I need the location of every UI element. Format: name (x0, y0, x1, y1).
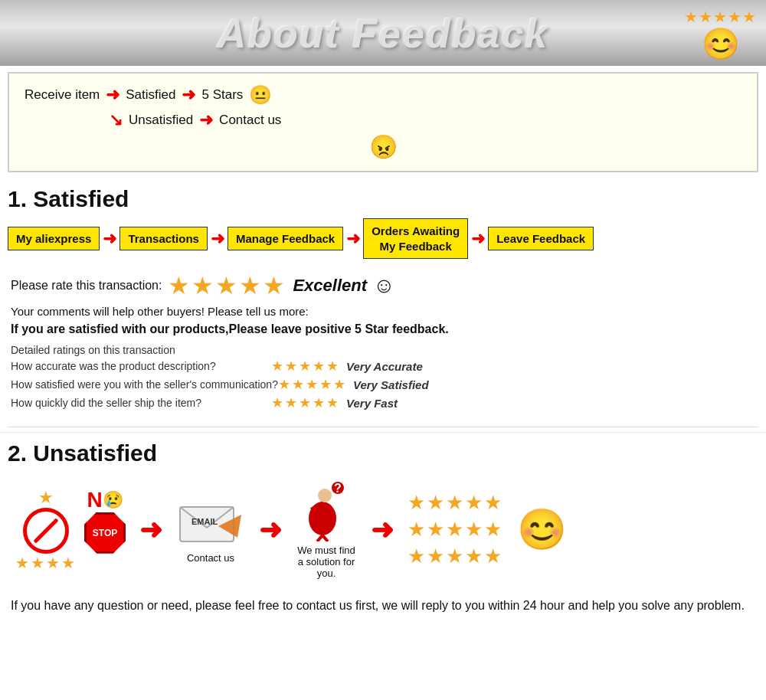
unsat-arrow-1: ➜ (139, 514, 162, 546)
unsat-block-3: ? We must find a solution for you. (296, 480, 357, 579)
step-box-2: Transactions (119, 227, 208, 250)
steps-row: My aliexpress ➜ Transactions ➜ Manage Fe… (0, 218, 766, 268)
detail-rating-2: Very Satisfied (353, 378, 429, 391)
arrow2: ➜ (182, 85, 195, 105)
svg-point-10 (318, 489, 332, 502)
n-emoji-row: N 😢 (87, 488, 123, 512)
arrow3: ➜ (199, 110, 213, 130)
satisfied-emoji: 😐 (249, 84, 272, 106)
detail-row-3: How quickly did the seller ship the item… (11, 394, 755, 411)
detail-header-row: Detailed ratings on this transaction (11, 344, 755, 356)
step-arrow-1: ➜ (103, 229, 116, 249)
corner-emoji: 😊 (702, 26, 740, 62)
stars-grid: ★★★★★ ★★★★★ ★★★★★ (408, 491, 503, 568)
stars-row-1: ★★★★★ (408, 491, 503, 515)
contact-us-caption: Contact us (187, 552, 234, 564)
comments-row: Your comments will help other buyers! Pl… (11, 305, 755, 318)
step-arrow-4: ➜ (471, 229, 485, 249)
unsat-arrow-3: ➜ (371, 514, 394, 546)
detail-rating-3: Very Fast (346, 397, 398, 410)
flow-row-satisfied: Receive item ➜ Satisfied ➜ 5 Stars 😐 (25, 84, 741, 106)
step-box-3: Manage Feedback (228, 227, 343, 250)
unsat-arrow-2: ➜ (259, 514, 282, 546)
step-box-4: Orders AwaitingMy Feedback (363, 218, 468, 259)
five-stars-label: 5 Stars (201, 87, 243, 103)
svg-text:?: ? (334, 482, 342, 495)
detail-row-1: How accurate was the product description… (11, 358, 755, 375)
svg-line-9 (322, 535, 328, 541)
header: About Feedback ★★★★★ 😊 (0, 0, 766, 66)
no-slash (33, 518, 58, 543)
satisfied-label: Satisfied (126, 87, 175, 103)
unsat-flow: ★ ★★★★ N 😢 STOP ➜ (0, 473, 766, 587)
diag-arrow: ↘ (109, 110, 123, 130)
svg-text:EMAIL: EMAIL (192, 517, 218, 526)
unsat-block-1: ★ ★★★★ N 😢 STOP (15, 488, 126, 572)
sad-emoji: 😢 (103, 490, 123, 510)
top-star: ★ (38, 488, 54, 508)
detail-stars-2: ★★★★★ (278, 376, 347, 393)
detail-stars-3: ★★★★★ (271, 394, 340, 411)
unsat-block-4: ★★★★★ ★★★★★ ★★★★★ (408, 491, 503, 568)
receive-item-label: Receive item (25, 87, 100, 103)
corner-stars: ★★★★★ (684, 8, 757, 26)
step-arrow-3: ➜ (346, 229, 360, 249)
positive-text: If you are satisfied with our products,P… (11, 322, 755, 336)
flow-row-unsatisfied: ↘ Unsatisfied ➜ Contact us (93, 110, 741, 130)
unsat-happy-emoji: 😊 (511, 506, 572, 553)
arrow1: ➜ (106, 85, 119, 105)
solution-caption: We must find a solution for you. (297, 545, 355, 579)
stars-row-3: ★★★★★ (408, 545, 503, 568)
no-icon-group: ★ ★★★★ (15, 488, 77, 572)
stars-row-2: ★★★★★ (408, 518, 503, 541)
section-divider (8, 427, 758, 427)
detail-label-3: How quickly did the seller ship the item… (11, 397, 271, 409)
header-corner: ★★★★★ 😊 (684, 8, 757, 62)
transaction-section: Please rate this transaction: ★★★★★ Exce… (0, 268, 766, 424)
detail-label-2: How satisfied were you with the seller's… (11, 378, 278, 391)
contact-us-label: Contact us (219, 113, 281, 128)
excellent-text: Excellent (293, 276, 367, 296)
detail-header-label: Detailed ratings on this transaction (11, 344, 175, 356)
rate-label: Please rate this transaction: (11, 279, 162, 293)
rate-row: Please rate this transaction: ★★★★★ Exce… (11, 271, 755, 300)
question-figure-icon: ? (296, 480, 357, 541)
step-box-1: My aliexpress (8, 227, 100, 250)
n-letter: N (87, 488, 102, 512)
no-stars-group: ★ ★★★★ N 😢 STOP (15, 488, 126, 572)
rating-stars: ★★★★★ (168, 271, 286, 300)
unsat-block-2: EMAIL Contact us (176, 496, 245, 564)
no-icon-container (23, 508, 69, 554)
n-stop-group: N 😢 STOP (84, 488, 126, 554)
bottom-text: If you have any question or need, please… (0, 587, 766, 625)
page-title: About Feedback (218, 11, 549, 57)
detail-label-1: How accurate was the product description… (11, 360, 271, 372)
detail-row-2: How satisfied were you with the seller's… (11, 376, 755, 393)
section1-title: 1. Satisfied (0, 178, 766, 218)
circle-no (23, 508, 69, 554)
step-arrow-2: ➜ (211, 229, 224, 249)
email-icon: EMAIL (176, 496, 245, 549)
detailed-ratings: Detailed ratings on this transaction How… (11, 344, 755, 411)
excellent-emoji: ☺ (373, 273, 395, 298)
unsatisfied-emoji: 😠 (25, 133, 741, 160)
bottom-stars: ★★★★ (15, 554, 77, 572)
detail-stars-1: ★★★★★ (271, 358, 340, 375)
unsatisfied-label: Unsatisfied (129, 113, 193, 128)
step-box-5: Leave Feedback (488, 227, 594, 250)
flow-box: Receive item ➜ Satisfied ➜ 5 Stars 😐 ↘ U… (8, 72, 758, 172)
section2-title: 2. Unsatisfied (0, 432, 766, 473)
detail-rating-1: Very Accurate (346, 360, 423, 373)
happy-emoji: 😊 (517, 506, 567, 553)
stop-sign: STOP (84, 512, 126, 554)
